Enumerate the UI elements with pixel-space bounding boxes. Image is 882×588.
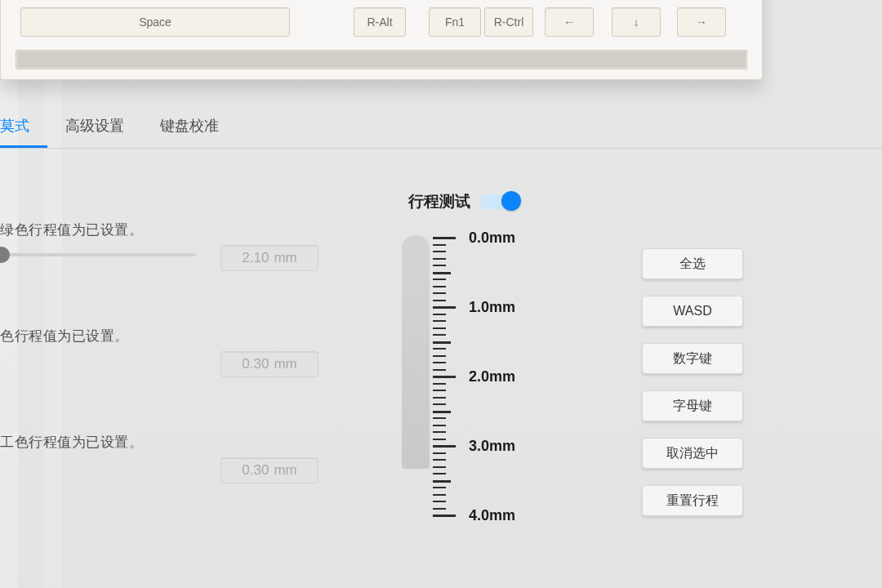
ruler-minor-tick bbox=[433, 341, 451, 344]
btn-deselect[interactable]: 取消选中 bbox=[642, 438, 743, 469]
ruler-minor-tick bbox=[433, 383, 446, 385]
tab-calibrate[interactable]: 键盘校准 bbox=[142, 112, 237, 148]
ruler-minor-tick bbox=[433, 487, 446, 488]
ruler-minor-tick bbox=[433, 362, 446, 363]
ruler-minor-tick bbox=[433, 473, 446, 474]
ruler-minor-tick bbox=[433, 314, 446, 315]
btn-reset-travel[interactable]: 重置行程 bbox=[642, 485, 743, 516]
key-down[interactable]: ↓ bbox=[612, 7, 661, 37]
key-r-alt[interactable]: R-Alt bbox=[354, 7, 406, 37]
travel-settings: 绿色行程值为已设置。 2.10 mm 色行程值为已设置。 0.30 mm 工色行… bbox=[0, 220, 351, 539]
travel-test-title: 行程测试 bbox=[408, 191, 470, 212]
ruler-minor-tick bbox=[433, 480, 451, 483]
btn-wasd[interactable]: WASD bbox=[642, 296, 743, 327]
ruler-label: 1.0mm bbox=[469, 299, 515, 316]
keyboard-frame-bottom bbox=[16, 50, 747, 69]
ruler-minor-tick bbox=[433, 334, 446, 336]
tab-advanced[interactable]: 高级设置 bbox=[47, 112, 142, 148]
ruler-label: 0.0mm bbox=[469, 229, 515, 247]
key-fn1[interactable]: Fn1 bbox=[429, 7, 481, 37]
keyboard-preview: Space R-Alt Fn1 R-Ctrl ← ↓ → bbox=[0, 0, 763, 80]
ruler-minor-tick bbox=[433, 355, 446, 357]
btn-number-keys[interactable]: 数字键 bbox=[642, 343, 743, 374]
travel-ruler: 0.0mm1.0mm2.0mm3.0mm4.0mm bbox=[408, 230, 588, 524]
ruler-minor-tick bbox=[433, 369, 446, 371]
ruler-indicator bbox=[402, 235, 430, 469]
setting-green-slider[interactable] bbox=[0, 253, 196, 256]
btn-letter-keys[interactable]: 字母键 bbox=[642, 390, 743, 421]
ruler-minor-tick bbox=[433, 501, 446, 502]
setting-mid: 色行程值为已设置。 0.30 mm bbox=[0, 327, 351, 433]
ruler-minor-tick bbox=[433, 411, 451, 413]
ruler-label: 3.0mm bbox=[469, 438, 515, 455]
ruler-minor-tick bbox=[433, 348, 446, 350]
ruler-major-tick bbox=[433, 445, 456, 448]
ruler-minor-tick bbox=[433, 272, 451, 274]
ruler-minor-tick bbox=[433, 431, 446, 433]
setting-mid-value[interactable]: 0.30 mm bbox=[220, 351, 318, 377]
ruler-minor-tick bbox=[433, 390, 446, 391]
tab-bar: 莫式 高级设置 键盘校准 bbox=[0, 113, 882, 149]
ruler-minor-tick bbox=[433, 327, 446, 329]
ruler-minor-tick bbox=[433, 300, 446, 301]
ruler-minor-tick bbox=[433, 403, 446, 405]
setting-mid-label: 色行程值为已设置。 bbox=[0, 327, 351, 345]
ruler-minor-tick bbox=[433, 244, 446, 246]
ruler-minor-tick bbox=[433, 452, 446, 454]
key-left[interactable]: ← bbox=[545, 7, 594, 37]
ruler-label: 4.0mm bbox=[469, 507, 515, 524]
key-r-ctrl[interactable]: R-Ctrl bbox=[484, 7, 533, 37]
setting-green: 绿色行程值为已设置。 2.10 mm bbox=[0, 220, 351, 327]
ruler-minor-tick bbox=[433, 286, 446, 287]
ruler-minor-tick bbox=[433, 508, 446, 510]
travel-test-panel: 行程测试 0.0mm1.0mm2.0mm3.0mm4.0mm bbox=[408, 191, 588, 524]
ruler-label: 2.0mm bbox=[469, 368, 515, 385]
ruler-minor-tick bbox=[433, 417, 446, 419]
setting-red: 工色行程值为已设置。 0.30 mm bbox=[0, 433, 351, 539]
ruler-minor-tick bbox=[433, 278, 446, 280]
key-right[interactable]: → bbox=[677, 7, 726, 37]
setting-red-label: 工色行程值为已设置。 bbox=[0, 433, 351, 452]
setting-green-label: 绿色行程值为已设置。 bbox=[0, 220, 351, 239]
ruler-minor-tick bbox=[433, 425, 446, 426]
travel-test-toggle[interactable] bbox=[480, 194, 518, 209]
ruler-minor-tick bbox=[433, 292, 446, 294]
setting-red-value[interactable]: 0.30 mm bbox=[220, 457, 318, 483]
ruler-minor-tick bbox=[433, 320, 446, 322]
ruler-major-tick bbox=[433, 376, 456, 378]
ruler-minor-tick bbox=[433, 397, 446, 399]
ruler-minor-tick bbox=[433, 258, 446, 260]
btn-select-all[interactable]: 全选 bbox=[642, 248, 743, 279]
ruler-major-tick bbox=[433, 514, 456, 517]
ruler-minor-tick bbox=[433, 265, 446, 266]
slider-thumb-icon[interactable] bbox=[0, 247, 10, 263]
key-space[interactable]: Space bbox=[20, 7, 290, 37]
toggle-knob-icon bbox=[501, 191, 521, 211]
ruler-minor-tick bbox=[433, 251, 446, 252]
tab-mode[interactable]: 莫式 bbox=[0, 112, 47, 148]
ruler-minor-tick bbox=[433, 466, 446, 468]
setting-green-value[interactable]: 2.10 mm bbox=[220, 245, 318, 271]
ruler-minor-tick bbox=[433, 459, 446, 461]
ruler-minor-tick bbox=[433, 494, 446, 496]
ruler-major-tick bbox=[433, 306, 456, 309]
ruler-major-tick bbox=[433, 237, 456, 239]
selection-actions: 全选 WASD 数字键 字母键 取消选中 重置行程 bbox=[642, 248, 743, 516]
ruler-minor-tick bbox=[433, 439, 446, 440]
